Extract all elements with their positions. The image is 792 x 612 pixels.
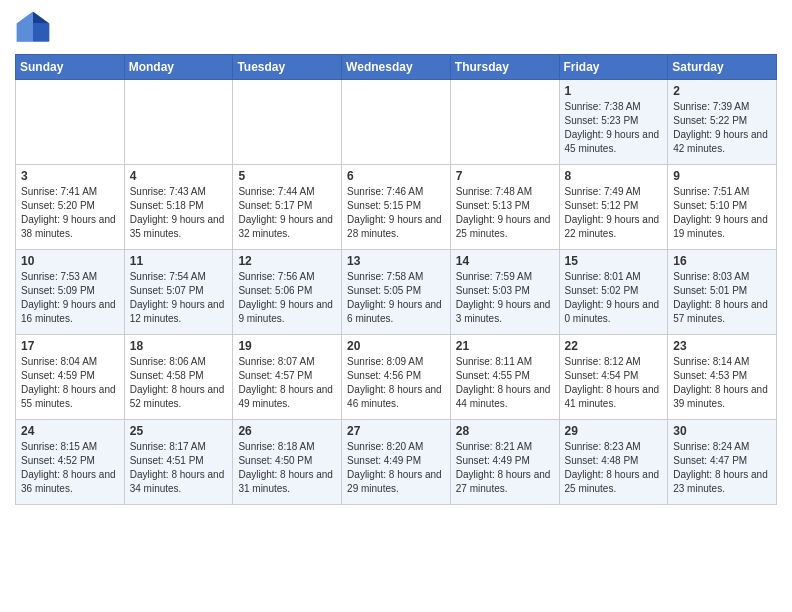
column-header-wednesday: Wednesday (342, 55, 451, 80)
day-number: 22 (565, 339, 663, 353)
day-cell: 30Sunrise: 8:24 AM Sunset: 4:47 PM Dayli… (668, 420, 777, 505)
week-row-3: 10Sunrise: 7:53 AM Sunset: 5:09 PM Dayli… (16, 250, 777, 335)
svg-marker-2 (33, 24, 49, 42)
day-info: Sunrise: 8:07 AM Sunset: 4:57 PM Dayligh… (238, 356, 333, 409)
day-info: Sunrise: 7:59 AM Sunset: 5:03 PM Dayligh… (456, 271, 551, 324)
day-info: Sunrise: 7:41 AM Sunset: 5:20 PM Dayligh… (21, 186, 116, 239)
day-cell: 20Sunrise: 8:09 AM Sunset: 4:56 PM Dayli… (342, 335, 451, 420)
day-number: 17 (21, 339, 119, 353)
day-info: Sunrise: 7:43 AM Sunset: 5:18 PM Dayligh… (130, 186, 225, 239)
day-cell: 14Sunrise: 7:59 AM Sunset: 5:03 PM Dayli… (450, 250, 559, 335)
day-info: Sunrise: 7:38 AM Sunset: 5:23 PM Dayligh… (565, 101, 660, 154)
column-header-monday: Monday (124, 55, 233, 80)
day-number: 21 (456, 339, 554, 353)
day-number: 7 (456, 169, 554, 183)
day-number: 15 (565, 254, 663, 268)
column-header-saturday: Saturday (668, 55, 777, 80)
day-cell: 9Sunrise: 7:51 AM Sunset: 5:10 PM Daylig… (668, 165, 777, 250)
column-header-sunday: Sunday (16, 55, 125, 80)
day-number: 23 (673, 339, 771, 353)
week-row-5: 24Sunrise: 8:15 AM Sunset: 4:52 PM Dayli… (16, 420, 777, 505)
day-number: 27 (347, 424, 445, 438)
day-info: Sunrise: 8:04 AM Sunset: 4:59 PM Dayligh… (21, 356, 116, 409)
day-info: Sunrise: 8:24 AM Sunset: 4:47 PM Dayligh… (673, 441, 768, 494)
column-header-thursday: Thursday (450, 55, 559, 80)
day-number: 28 (456, 424, 554, 438)
day-cell: 2Sunrise: 7:39 AM Sunset: 5:22 PM Daylig… (668, 80, 777, 165)
day-info: Sunrise: 8:15 AM Sunset: 4:52 PM Dayligh… (21, 441, 116, 494)
day-info: Sunrise: 8:12 AM Sunset: 4:54 PM Dayligh… (565, 356, 660, 409)
day-cell (342, 80, 451, 165)
day-info: Sunrise: 8:17 AM Sunset: 4:51 PM Dayligh… (130, 441, 225, 494)
day-number: 29 (565, 424, 663, 438)
week-row-2: 3Sunrise: 7:41 AM Sunset: 5:20 PM Daylig… (16, 165, 777, 250)
day-cell: 25Sunrise: 8:17 AM Sunset: 4:51 PM Dayli… (124, 420, 233, 505)
day-info: Sunrise: 7:54 AM Sunset: 5:07 PM Dayligh… (130, 271, 225, 324)
day-info: Sunrise: 7:53 AM Sunset: 5:09 PM Dayligh… (21, 271, 116, 324)
day-cell: 26Sunrise: 8:18 AM Sunset: 4:50 PM Dayli… (233, 420, 342, 505)
day-info: Sunrise: 8:06 AM Sunset: 4:58 PM Dayligh… (130, 356, 225, 409)
day-info: Sunrise: 7:46 AM Sunset: 5:15 PM Dayligh… (347, 186, 442, 239)
day-cell (124, 80, 233, 165)
day-info: Sunrise: 8:20 AM Sunset: 4:49 PM Dayligh… (347, 441, 442, 494)
day-cell: 28Sunrise: 8:21 AM Sunset: 4:49 PM Dayli… (450, 420, 559, 505)
day-number: 2 (673, 84, 771, 98)
day-info: Sunrise: 8:21 AM Sunset: 4:49 PM Dayligh… (456, 441, 551, 494)
column-header-tuesday: Tuesday (233, 55, 342, 80)
day-info: Sunrise: 8:03 AM Sunset: 5:01 PM Dayligh… (673, 271, 768, 324)
day-info: Sunrise: 7:51 AM Sunset: 5:10 PM Dayligh… (673, 186, 768, 239)
day-number: 24 (21, 424, 119, 438)
day-cell: 1Sunrise: 7:38 AM Sunset: 5:23 PM Daylig… (559, 80, 668, 165)
day-number: 5 (238, 169, 336, 183)
day-number: 12 (238, 254, 336, 268)
day-cell (16, 80, 125, 165)
logo-icon (15, 10, 51, 46)
day-info: Sunrise: 8:23 AM Sunset: 4:48 PM Dayligh… (565, 441, 660, 494)
day-number: 30 (673, 424, 771, 438)
week-row-4: 17Sunrise: 8:04 AM Sunset: 4:59 PM Dayli… (16, 335, 777, 420)
day-number: 6 (347, 169, 445, 183)
day-number: 11 (130, 254, 228, 268)
day-cell: 18Sunrise: 8:06 AM Sunset: 4:58 PM Dayli… (124, 335, 233, 420)
day-info: Sunrise: 7:49 AM Sunset: 5:12 PM Dayligh… (565, 186, 660, 239)
day-cell (450, 80, 559, 165)
day-cell: 21Sunrise: 8:11 AM Sunset: 4:55 PM Dayli… (450, 335, 559, 420)
day-number: 1 (565, 84, 663, 98)
day-cell: 10Sunrise: 7:53 AM Sunset: 5:09 PM Dayli… (16, 250, 125, 335)
day-cell: 16Sunrise: 8:03 AM Sunset: 5:01 PM Dayli… (668, 250, 777, 335)
logo (15, 10, 57, 46)
day-number: 3 (21, 169, 119, 183)
day-cell: 8Sunrise: 7:49 AM Sunset: 5:12 PM Daylig… (559, 165, 668, 250)
day-number: 26 (238, 424, 336, 438)
day-cell: 3Sunrise: 7:41 AM Sunset: 5:20 PM Daylig… (16, 165, 125, 250)
day-cell: 15Sunrise: 8:01 AM Sunset: 5:02 PM Dayli… (559, 250, 668, 335)
day-cell: 6Sunrise: 7:46 AM Sunset: 5:15 PM Daylig… (342, 165, 451, 250)
day-number: 25 (130, 424, 228, 438)
day-info: Sunrise: 7:56 AM Sunset: 5:06 PM Dayligh… (238, 271, 333, 324)
svg-marker-3 (17, 12, 33, 42)
day-info: Sunrise: 8:14 AM Sunset: 4:53 PM Dayligh… (673, 356, 768, 409)
day-number: 4 (130, 169, 228, 183)
day-cell: 4Sunrise: 7:43 AM Sunset: 5:18 PM Daylig… (124, 165, 233, 250)
day-number: 20 (347, 339, 445, 353)
day-number: 13 (347, 254, 445, 268)
day-cell: 29Sunrise: 8:23 AM Sunset: 4:48 PM Dayli… (559, 420, 668, 505)
day-cell: 5Sunrise: 7:44 AM Sunset: 5:17 PM Daylig… (233, 165, 342, 250)
column-header-friday: Friday (559, 55, 668, 80)
day-number: 16 (673, 254, 771, 268)
day-info: Sunrise: 8:09 AM Sunset: 4:56 PM Dayligh… (347, 356, 442, 409)
header-row: SundayMondayTuesdayWednesdayThursdayFrid… (16, 55, 777, 80)
calendar-table: SundayMondayTuesdayWednesdayThursdayFrid… (15, 54, 777, 505)
day-cell: 22Sunrise: 8:12 AM Sunset: 4:54 PM Dayli… (559, 335, 668, 420)
header (15, 10, 777, 46)
day-number: 19 (238, 339, 336, 353)
day-cell: 24Sunrise: 8:15 AM Sunset: 4:52 PM Dayli… (16, 420, 125, 505)
day-cell: 23Sunrise: 8:14 AM Sunset: 4:53 PM Dayli… (668, 335, 777, 420)
day-info: Sunrise: 7:39 AM Sunset: 5:22 PM Dayligh… (673, 101, 768, 154)
day-info: Sunrise: 8:18 AM Sunset: 4:50 PM Dayligh… (238, 441, 333, 494)
day-cell (233, 80, 342, 165)
day-cell: 19Sunrise: 8:07 AM Sunset: 4:57 PM Dayli… (233, 335, 342, 420)
day-cell: 27Sunrise: 8:20 AM Sunset: 4:49 PM Dayli… (342, 420, 451, 505)
main-container: SundayMondayTuesdayWednesdayThursdayFrid… (0, 0, 792, 520)
day-cell: 12Sunrise: 7:56 AM Sunset: 5:06 PM Dayli… (233, 250, 342, 335)
